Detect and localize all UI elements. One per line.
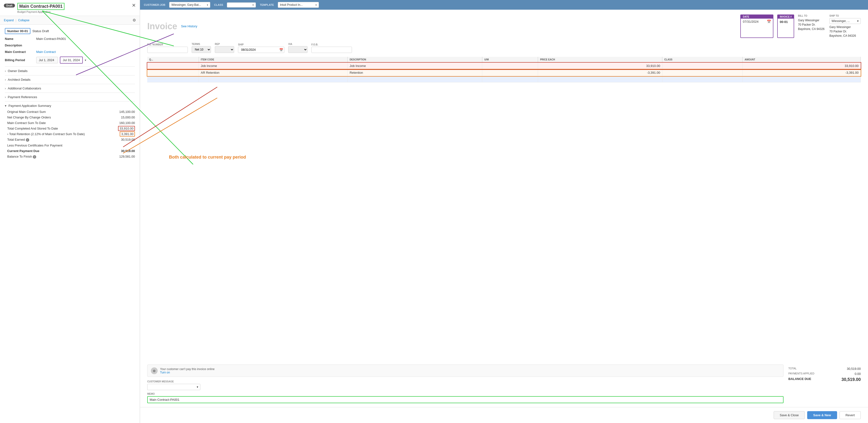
billing-end[interactable]: Jul 31, 2024	[60, 57, 83, 63]
col-item-code: ITEM CODE	[199, 57, 348, 63]
ship-label: SHIP	[238, 43, 284, 46]
ship-date-field: SHIP 📅	[238, 43, 284, 53]
summary-row: Main Contract Sum To Date160,100.00	[7, 121, 135, 125]
terms-field: TERMS Net 10	[192, 43, 211, 53]
turn-on-link[interactable]: Turn on	[160, 371, 215, 374]
table-row[interactable]: AR Retention Retention -3,391.00 -3,391.…	[147, 69, 861, 76]
gear-icon[interactable]: ⚙	[132, 18, 136, 23]
date-calendar-icon[interactable]: 📅	[767, 20, 771, 24]
invoice-title-row: Invoice See History DATE 📅 INVOICE # 00-…	[147, 15, 861, 38]
left-header-left: Draft Main Contract-PA001 Budget Payment…	[4, 3, 64, 13]
cell-price	[538, 76, 662, 79]
cell-item-code	[199, 76, 348, 79]
terms-select[interactable]: Net 10	[192, 46, 211, 53]
ship-date-input[interactable]	[239, 47, 279, 53]
ship-to-address: Gary Wiessinger 70 Packer Dr. Bayshore, …	[829, 25, 861, 38]
rep-select[interactable]	[215, 46, 234, 53]
date-input[interactable]	[743, 20, 767, 24]
line-items-table: Q... ITEM CODE DESCRIPTION U/M PRICE EAC…	[147, 57, 861, 82]
cell-amount: -3,391.00	[742, 69, 861, 76]
col-price: PRICE EACH	[538, 57, 662, 63]
balance-due-label: BALANCE DUE	[788, 377, 811, 382]
cell-item-code: AR Retention	[199, 69, 348, 76]
template-select[interactable]: Intuit Product In... ▾	[278, 2, 319, 8]
revert-button[interactable]: Revert	[839, 411, 861, 419]
customer-job-label: CUSTOMER:JOB	[144, 3, 165, 6]
customer-job-arrow: ▾	[207, 4, 208, 6]
section-item[interactable]: ›Additional Collaborators	[5, 84, 135, 92]
total-row: TOTAL 30,519.00	[788, 367, 861, 371]
col-um: U/M	[482, 57, 538, 63]
table-row[interactable]	[147, 79, 861, 82]
balance-due-row: BALANCE DUE 30,519.00	[788, 377, 861, 382]
po-input[interactable]	[147, 47, 188, 53]
info-icon: i	[26, 138, 29, 142]
see-history-link[interactable]: See History	[181, 24, 197, 28]
invoice-num-inner[interactable]: 00-01	[778, 19, 794, 25]
cell-amount	[742, 76, 861, 79]
memo-input[interactable]: Main Contract-PA001	[147, 396, 783, 403]
description-label: Description	[5, 44, 36, 47]
invoice-title: Invoice	[147, 21, 177, 31]
billing-period-label: Billing Period	[5, 58, 36, 62]
rep-field: REP	[215, 43, 234, 53]
summary-row: Original Main Contract Sum145,100.00	[7, 110, 135, 114]
customer-message-select[interactable]: ▾	[147, 384, 200, 390]
table-header-row: Q... ITEM CODE DESCRIPTION U/M PRICE EAC…	[147, 57, 861, 63]
summary-row[interactable]: › Total Retention (2.12% of Main Contrac…	[7, 132, 135, 136]
name-label: Name	[5, 37, 36, 40]
bottom-section: ⊜ Your customer can't pay this invoice o…	[140, 365, 868, 407]
rep-label: REP	[215, 43, 234, 46]
name-row: Name Main Contract-PA001	[5, 37, 135, 40]
ship-to-label: SHIP TO	[829, 15, 861, 17]
bill-to-address: Gary Wiessinger 70 Packer Dr. Bayshore, …	[798, 18, 825, 31]
payments-applied-label: PAYMENTS APPLIED	[788, 372, 814, 376]
collapse-link[interactable]: Collapse	[18, 19, 29, 22]
save-new-button[interactable]: Save & New	[807, 411, 837, 419]
close-button[interactable]: ✕	[132, 3, 136, 8]
table-row[interactable]	[147, 76, 861, 79]
date-invoice-block: DATE 📅 INVOICE # 00-01 BILL TO	[740, 15, 861, 38]
save-close-button[interactable]: Save & Close	[774, 411, 805, 419]
summary-header[interactable]: ▾ Payment Application Summary	[5, 104, 135, 108]
via-select[interactable]	[288, 46, 308, 53]
cell-class	[662, 63, 742, 69]
billing-start[interactable]: Jul 1, 2024	[36, 57, 58, 63]
expand-collapse-bar: Expand | Collapse ⚙	[0, 16, 140, 25]
customer-job-select[interactable]: Wiessinger, Gary:Bat... ▾	[169, 2, 210, 8]
cell-qty	[147, 69, 199, 76]
bottom-left: ⊜ Your customer can't pay this invoice o…	[147, 365, 783, 403]
section-label: Owner Details	[8, 69, 28, 73]
main-contract-link[interactable]: Main Contract	[36, 50, 56, 54]
section-item[interactable]: ›Owner Details	[5, 66, 135, 75]
section-item[interactable]: ›Payment References	[5, 92, 135, 101]
cell-amount	[742, 79, 861, 82]
col-amount: AMOUNT	[742, 57, 861, 63]
invoice-num-box: INVOICE # 00-01	[777, 15, 794, 38]
section-chevron: ›	[5, 87, 6, 90]
section-item[interactable]: ›Architect Details	[5, 75, 135, 84]
ship-to-dropdown[interactable]: Wiessinger, ... ▾	[829, 18, 861, 24]
billing-period-row: Billing Period Jul 1, 2024 Jul 31, 2024 …	[5, 57, 135, 63]
customer-message-label: CUSTOMER MESSAGE	[147, 380, 783, 383]
via-field: VIA	[288, 43, 308, 53]
right-panel: CUSTOMER:JOB Wiessinger, Gary:Bat... ▾ C…	[140, 0, 868, 423]
left-body: Number 00-01 Status Draft Name Main Cont…	[0, 25, 140, 418]
ship-cal-icon: 📅	[279, 48, 283, 52]
table-row[interactable]: Job Income Job Income 33,910.00 33,910.0…	[147, 63, 861, 69]
class-select[interactable]: ▾	[227, 2, 256, 7]
bill-to-block: BILL TO Gary Wiessinger 70 Packer Dr. Ba…	[798, 15, 825, 38]
number-box: Number 00-01	[5, 28, 30, 34]
fob-field: F.O.B.	[311, 43, 352, 53]
online-pay-box: ⊜ Your customer can't pay this invoice o…	[147, 365, 783, 377]
payments-applied-row: PAYMENTS APPLIED 0.00	[788, 372, 861, 376]
expand-link[interactable]: Expand	[4, 19, 14, 22]
via-label: VIA	[288, 43, 308, 46]
payments-applied-value: 0.00	[839, 372, 861, 376]
section-chevron: ›	[5, 69, 6, 73]
billing-dropdown-arrow[interactable]: ▾	[85, 58, 86, 62]
invoice-area: Invoice See History DATE 📅 INVOICE # 00-…	[140, 10, 868, 365]
fob-input[interactable]	[311, 47, 352, 53]
cell-class	[662, 79, 742, 82]
left-title-block: Main Contract-PA001 Budget Payment Appli…	[18, 3, 65, 13]
